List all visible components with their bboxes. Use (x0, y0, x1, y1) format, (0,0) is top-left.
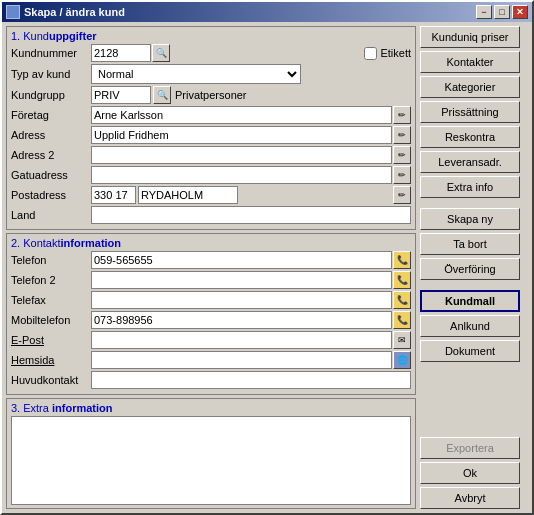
huvudkontakt-input[interactable] (91, 371, 411, 389)
kontaktinformation-section: 2. Kontaktinformation Telefon 📞 Telefon … (6, 233, 416, 395)
land-input[interactable] (91, 206, 411, 224)
extra-info-textarea-container (11, 416, 411, 505)
extra-information-title: 3. Extra information (11, 402, 411, 414)
adress2-input[interactable] (91, 146, 392, 164)
kundgrupp-row: Kundgrupp 🔍 Privatpersoner (11, 86, 411, 104)
adress2-row: Adress 2 ✏ (11, 146, 411, 164)
telefax-btn[interactable]: 📞 (393, 291, 411, 309)
telefon-input-group: 📞 (91, 251, 411, 269)
kundgrupp-btn[interactable]: 🔍 (153, 86, 171, 104)
leveransadr-button[interactable]: Leveransadr. (420, 151, 520, 173)
titlebar-title: Skapa / ändra kund (24, 6, 125, 18)
gatuadress-input[interactable] (91, 166, 392, 184)
adress-input-group: ✏ (91, 126, 411, 144)
overforing-button[interactable]: Överföring (420, 258, 520, 280)
epost-btn[interactable]: ✉ (393, 331, 411, 349)
huvudkontakt-label: Huvudkontakt (11, 374, 91, 386)
reskontra-button[interactable]: Reskontra (420, 126, 520, 148)
avbryt-button[interactable]: Avbryt (420, 487, 520, 509)
anlkund-button[interactable]: Anlkund (420, 315, 520, 337)
hemsida-row: Hemsida 🌐 (11, 351, 411, 369)
hemsida-label: Hemsida (11, 354, 91, 366)
gatuadress-label: Gatuadress (11, 169, 91, 181)
telefon2-input[interactable] (91, 271, 392, 289)
mobiltelefon-row: Mobiltelefon 📞 (11, 311, 411, 329)
foretag-row: Företag ✏ (11, 106, 411, 124)
kunduniqpriser-button[interactable]: Kunduniq priser (420, 26, 520, 48)
adress2-input-group: ✏ (91, 146, 411, 164)
epost-label: E-Post (11, 334, 91, 346)
hemsida-input[interactable] (91, 351, 392, 369)
telefon2-label: Telefon 2 (11, 274, 91, 286)
kundgrupp-input[interactable] (91, 86, 151, 104)
kategorier-button[interactable]: Kategorier (420, 76, 520, 98)
epost-input[interactable] (91, 331, 392, 349)
kundnummer-input-group: 🔍 (91, 44, 360, 62)
adress-input[interactable] (91, 126, 392, 144)
titlebar: Skapa / ändra kund − □ ✕ (2, 2, 532, 22)
kundnummer-row: Kundnummer 🔍 Etikett (11, 44, 411, 62)
kundgrupp-label: Kundgrupp (11, 89, 91, 101)
titlebar-buttons: − □ ✕ (476, 5, 528, 19)
left-panel: 1. Kunduppgifter Kundnummer 🔍 Etikett (6, 26, 416, 509)
close-button[interactable]: ✕ (512, 5, 528, 19)
gatuadress-input-group: ✏ (91, 166, 411, 184)
kontakter-button[interactable]: Kontakter (420, 51, 520, 73)
land-label: Land (11, 209, 91, 221)
etikett-checkbox[interactable] (364, 47, 377, 60)
prissattning-button[interactable]: Prissättning (420, 101, 520, 123)
maximize-button[interactable]: □ (494, 5, 510, 19)
telefon-btn[interactable]: 📞 (393, 251, 411, 269)
mobiltelefon-input[interactable] (91, 311, 392, 329)
hemsida-btn[interactable]: 🌐 (393, 351, 411, 369)
privatpersoner-label: Privatpersoner (175, 89, 247, 101)
minimize-button[interactable]: − (476, 5, 492, 19)
foretag-btn[interactable]: ✏ (393, 106, 411, 124)
foretag-label: Företag (11, 109, 91, 121)
content-area: 1. Kunduppgifter Kundnummer 🔍 Etikett (2, 22, 532, 513)
extra-info-textarea[interactable] (11, 416, 411, 505)
kundnummer-search-btn[interactable]: 🔍 (152, 44, 170, 62)
telefon-input[interactable] (91, 251, 392, 269)
extra-info-button[interactable]: Extra info (420, 176, 520, 198)
telefax-input-group: 📞 (91, 291, 411, 309)
telefon2-btn[interactable]: 📞 (393, 271, 411, 289)
skapa-ny-button[interactable]: Skapa ny (420, 208, 520, 230)
separator2 (420, 283, 528, 287)
etikett-label: Etikett (380, 47, 411, 59)
adress2-btn[interactable]: ✏ (393, 146, 411, 164)
typ-av-kund-label: Typ av kund (11, 68, 91, 80)
kundnummer-input[interactable] (91, 44, 151, 62)
foretag-input[interactable] (91, 106, 392, 124)
telefax-input[interactable] (91, 291, 392, 309)
adress2-label: Adress 2 (11, 149, 91, 161)
gatuadress-btn[interactable]: ✏ (393, 166, 411, 184)
typ-av-kund-row: Typ av kund Normal (11, 64, 411, 84)
postadress-input-group: ✏ (91, 186, 411, 204)
typ-av-kund-select[interactable]: Normal (91, 64, 301, 84)
etikett-checkbox-group: Etikett (364, 47, 411, 60)
kontaktinformation-title: 2. Kontaktinformation (11, 237, 411, 249)
ta-bort-button[interactable]: Ta bort (420, 233, 520, 255)
kundmall-button[interactable]: Kundmall (420, 290, 520, 312)
telefon-label: Telefon (11, 254, 91, 266)
huvudkontakt-row: Huvudkontakt (11, 371, 411, 389)
exportera-button[interactable]: Exportera (420, 437, 520, 459)
separator3 (420, 365, 528, 369)
mobiltelefon-btn[interactable]: 📞 (393, 311, 411, 329)
epost-input-group: ✉ (91, 331, 411, 349)
telefon2-row: Telefon 2 📞 (11, 271, 411, 289)
huvudkontakt-input-group (91, 371, 411, 389)
city-input[interactable] (138, 186, 238, 204)
foretag-input-group: ✏ (91, 106, 411, 124)
postadress-btn[interactable]: ✏ (393, 186, 411, 204)
dokument-button[interactable]: Dokument (420, 340, 520, 362)
ok-button[interactable]: Ok (420, 462, 520, 484)
titlebar-left: Skapa / ändra kund (6, 5, 125, 19)
zip-input[interactable] (91, 186, 136, 204)
mobiltelefon-input-group: 📞 (91, 311, 411, 329)
window-icon (6, 5, 20, 19)
hemsida-input-group: 🌐 (91, 351, 411, 369)
epost-row: E-Post ✉ (11, 331, 411, 349)
adress-btn[interactable]: ✏ (393, 126, 411, 144)
